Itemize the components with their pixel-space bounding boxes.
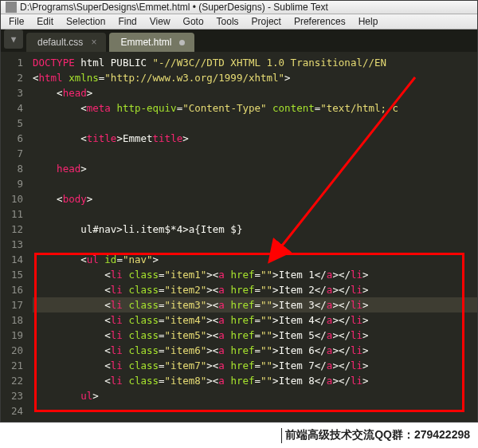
editor[interactable]: 123456789101112131415161718192021222324 … bbox=[1, 52, 477, 422]
footer-banner: 前端高级技术交流QQ群：279422298 bbox=[0, 422, 478, 448]
code-area[interactable]: DOCTYPE html PUBLIC "-//W3C//DTD XHTML 1… bbox=[29, 52, 477, 422]
window-title: D:\Programs\SuperDesigns\Emmet.html • (S… bbox=[20, 2, 328, 13]
tab-emmet-html[interactable]: Emmet.html bbox=[109, 33, 194, 52]
tabbar: ▼ default.css×Emmet.html bbox=[1, 29, 477, 52]
menu-help[interactable]: Help bbox=[352, 14, 385, 29]
tab-label: Emmet.html bbox=[120, 37, 171, 48]
close-icon[interactable]: × bbox=[91, 37, 96, 48]
menu-project[interactable]: Project bbox=[245, 14, 288, 29]
gutter: 123456789101112131415161718192021222324 bbox=[1, 52, 29, 422]
tab-default-css[interactable]: default.css× bbox=[26, 33, 106, 52]
menu-file[interactable]: File bbox=[2, 14, 30, 29]
titlebar: D:\Programs\SuperDesigns\Emmet.html • (S… bbox=[1, 1, 477, 14]
dirty-indicator-icon bbox=[179, 40, 185, 45]
menu-tools[interactable]: Tools bbox=[210, 14, 245, 29]
app-window: D:\Programs\SuperDesigns\Emmet.html • (S… bbox=[0, 0, 478, 422]
footer-text: 前端高级技术交流QQ群：279422298 bbox=[285, 428, 470, 442]
tab-label: default.css bbox=[37, 37, 83, 48]
menu-selection[interactable]: Selection bbox=[60, 14, 112, 29]
menubar[interactable]: FileEditSelectionFindViewGotoToolsProjec… bbox=[1, 14, 477, 29]
menu-preferences[interactable]: Preferences bbox=[288, 14, 352, 29]
menu-find[interactable]: Find bbox=[112, 14, 143, 29]
menu-view[interactable]: View bbox=[143, 14, 177, 29]
menu-edit[interactable]: Edit bbox=[30, 14, 60, 29]
tab-dropdown-icon[interactable]: ▼ bbox=[4, 29, 23, 49]
menu-goto[interactable]: Goto bbox=[177, 14, 210, 29]
app-icon bbox=[6, 2, 17, 13]
